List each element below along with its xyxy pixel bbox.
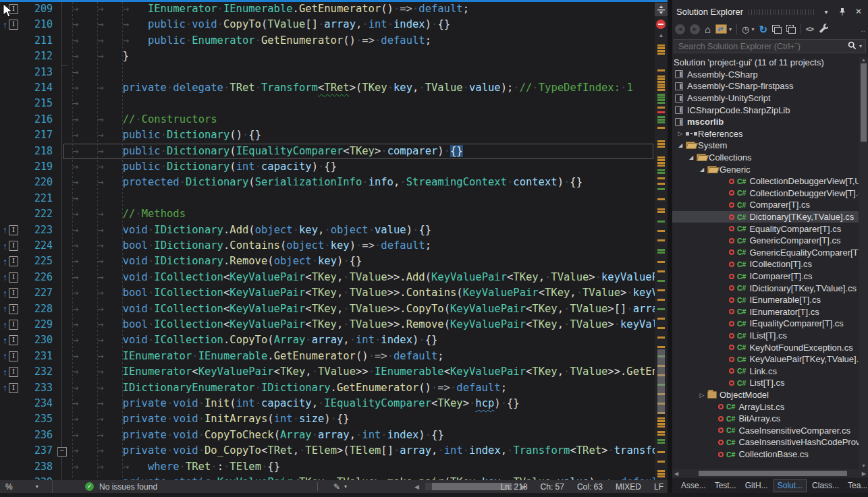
tree-item[interactable]: Assembly-UnityScript	[672, 92, 859, 105]
tree-item[interactable]: C#IDictionary[TKey,TValue].cs	[672, 282, 859, 294]
tool-window-tab[interactable]: GitH...	[742, 479, 771, 492]
tree-item[interactable]: C#Link.cs	[672, 366, 859, 378]
expand-arrow-icon[interactable]: ▷	[675, 130, 686, 137]
refresh-button[interactable]: ↻	[759, 24, 767, 34]
code-line[interactable]: 217→→public·Dictionary()·{}	[0, 127, 655, 143]
scroll-up-arrow[interactable]: ▲	[655, 32, 668, 38]
implements-interface-icon[interactable]: ↑I	[3, 256, 18, 267]
code-line[interactable]: 213→	[0, 65, 655, 80]
scroll-left-arrow[interactable]: ◀	[674, 471, 678, 477]
code-line[interactable]: 216→→//·Constructors	[0, 112, 655, 127]
collapse-arrow-icon[interactable]: ◢	[697, 167, 707, 173]
tree-item[interactable]: C#IList[T].cs	[672, 330, 859, 342]
tree-item[interactable]: Assembly-CSharp	[672, 69, 859, 81]
window-position-button[interactable]: ▾	[821, 6, 832, 17]
tree-item[interactable]: C#IEnumerator[T].cs	[672, 306, 859, 318]
implements-interface-icon[interactable]: ↑I	[3, 19, 18, 30]
tree-item[interactable]: Solution 'project-gui' (11 of 11 project…	[672, 57, 859, 69]
implements-interface-icon[interactable]: ↑I	[3, 382, 18, 394]
code-line[interactable]: 214→→private·delegate·TRet·Transform<TRe…	[0, 80, 655, 96]
code-line[interactable]: ↑I229→→bool·ICollection<KeyValuePair<TKe…	[0, 317, 655, 332]
collapse-all-button[interactable]	[772, 25, 782, 34]
tree-vertical-scrollbar[interactable]: ▲ ▼	[859, 57, 868, 469]
tree-item[interactable]: ▷ObjectModel	[672, 389, 859, 401]
code-line[interactable]: ↑I233→→IDictionaryEnumerator·IDictionary…	[0, 380, 655, 396]
tree-item[interactable]: C#EqualityComparer[T].cs	[672, 223, 859, 235]
search-input[interactable]	[674, 42, 848, 51]
tree-item[interactable]: Assembly-CSharp-firstpass	[672, 80, 859, 92]
collapse-arrow-icon[interactable]: ◢	[686, 154, 697, 160]
tool-window-tab[interactable]: Tea...	[844, 479, 868, 492]
line-indicator[interactable]: Ln: 218	[501, 482, 528, 492]
implements-interface-icon[interactable]: ↑I	[3, 319, 18, 330]
code-line[interactable]: ↑I209→→→IEnumerator·IEnumerable.GetEnume…	[0, 1, 655, 17]
tree-item[interactable]: ▷References	[672, 128, 859, 140]
scroll-down-arrow[interactable]: ▼	[859, 463, 868, 468]
code-line[interactable]: ↑I224→→bool·IDictionary.Contains(object·…	[0, 238, 655, 254]
code-line[interactable]: ↑I210→→→public·void·CopyTo(TValue[]·arra…	[0, 17, 655, 32]
document-health-indicator[interactable]: ✓ No issues found	[85, 480, 157, 493]
tree-item[interactable]: C#CollectionDebuggerView[T,U].cs	[672, 175, 859, 187]
tree-item[interactable]: ◢Collections	[672, 152, 859, 164]
tree-item[interactable]: C#IEnumerable[T].cs	[672, 294, 859, 306]
code-line[interactable]: 238→→→where·TRet·:·TElem·{}	[0, 459, 655, 475]
home-button[interactable]: ⌂	[705, 24, 711, 34]
tree-item[interactable]: C#CaseInsensitiveComparer.cs	[672, 425, 859, 437]
tool-window-tab[interactable]: Test...	[711, 479, 740, 492]
tree-item[interactable]: C#KeyValuePair[TKey,TValue].cs	[672, 353, 859, 366]
horizontal-scrollbar-thumb[interactable]	[432, 483, 512, 490]
split-window-handle[interactable]	[655, 3, 668, 16]
tree-item[interactable]: C#ICollection[T].cs	[672, 258, 859, 270]
tree-item[interactable]: C#List[T].cs	[672, 377, 859, 389]
column-indicator[interactable]: Col: 63	[577, 482, 603, 492]
forward-button[interactable]: ►	[690, 24, 700, 34]
code-line[interactable]: 215→	[0, 96, 655, 111]
code-cleanup-button[interactable]: ✎ ▾	[333, 480, 347, 493]
code-line[interactable]: ↑I228→→void·ICollection<KeyValuePair<TKe…	[0, 301, 655, 317]
implements-interface-icon[interactable]: ↑I	[3, 351, 18, 362]
scroll-right-arrow[interactable]: ▶	[862, 471, 866, 477]
toolbar-overflow-button[interactable]: ‥	[861, 26, 865, 33]
implements-interface-icon[interactable]: ↑I	[3, 366, 18, 378]
search-icon[interactable]	[848, 40, 857, 53]
view-code-button[interactable]: <>	[806, 25, 813, 33]
indentation-indicator[interactable]: MIXED	[616, 482, 641, 492]
code-line[interactable]: ↑I227→→bool·ICollection<KeyValuePair<TKe…	[0, 285, 655, 301]
code-line[interactable]: 235→→private·void·InitArrays(int·size)·{…	[0, 411, 655, 427]
back-button[interactable]: ◄	[675, 24, 685, 34]
fold-collapse-button[interactable]: −	[57, 447, 67, 457]
tree-item[interactable]: C#IComparer[T].cs	[672, 270, 859, 283]
show-all-files-button[interactable]	[786, 25, 796, 34]
code-line[interactable]: 218→→public·Dictionary(IEqualityComparer…	[0, 144, 655, 159]
tree-item[interactable]: C#Dictionary[TKey,TValue].cs	[672, 211, 859, 223]
tree-item[interactable]: C#CollectionBase.cs	[672, 448, 859, 461]
implements-interface-icon[interactable]: ↑I	[3, 303, 18, 315]
code-line[interactable]: 236→→private·void·CopyToCheck(Array·arra…	[0, 428, 655, 443]
tree-item[interactable]: C#IEqualityComparer[T].cs	[672, 318, 859, 330]
close-icon[interactable]: ✕	[853, 6, 864, 17]
implements-interface-icon[interactable]: ↑I	[3, 272, 18, 283]
search-options-dropdown[interactable]: ▾	[859, 43, 862, 49]
tree-item[interactable]: C#GenericEqualityComparer[T].cs	[672, 247, 859, 259]
zoom-control[interactable]: % ▾	[0, 480, 53, 493]
line-ending-indicator[interactable]: LF	[654, 482, 663, 492]
tree-item[interactable]: ◢Generic	[672, 163, 859, 175]
implements-interface-icon[interactable]: ↑I	[3, 287, 18, 299]
code-line[interactable]: ↑I232→→IEnumerator<KeyValuePair<TKey,·TV…	[0, 364, 655, 380]
pin-icon[interactable]	[837, 6, 848, 17]
tree-item[interactable]: C#CollectionDebuggerView[T].cs	[672, 187, 859, 200]
pending-changes-filter-button[interactable]: ◷ ▾	[742, 24, 754, 34]
code-editor[interactable]: ↑I209→→→IEnumerator·IEnumerable.GetEnume…	[0, 0, 668, 480]
implements-interface-icon[interactable]: ↑I	[3, 225, 18, 236]
editor-vertical-scrollbar[interactable]: ▲	[655, 2, 668, 480]
code-line[interactable]: ↑I226→→void·ICollection<KeyValuePair<TKe…	[0, 270, 655, 285]
properties-wrench-button[interactable]	[818, 23, 828, 36]
drag-grip[interactable]	[749, 9, 815, 15]
code-line[interactable]: 234→→private·void·Init(int·capacity,·IEq…	[0, 396, 655, 411]
solution-explorer-titlebar[interactable]: Solution Explorer ▾ ✕	[672, 4, 868, 19]
search-box[interactable]: ▾	[674, 39, 866, 53]
tree-item[interactable]: ◢System	[672, 140, 859, 152]
code-line[interactable]: 222→→//·Methods	[0, 206, 655, 222]
code-line[interactable]: 212→→}	[0, 49, 655, 64]
character-indicator[interactable]: Ch: 57	[541, 482, 564, 492]
